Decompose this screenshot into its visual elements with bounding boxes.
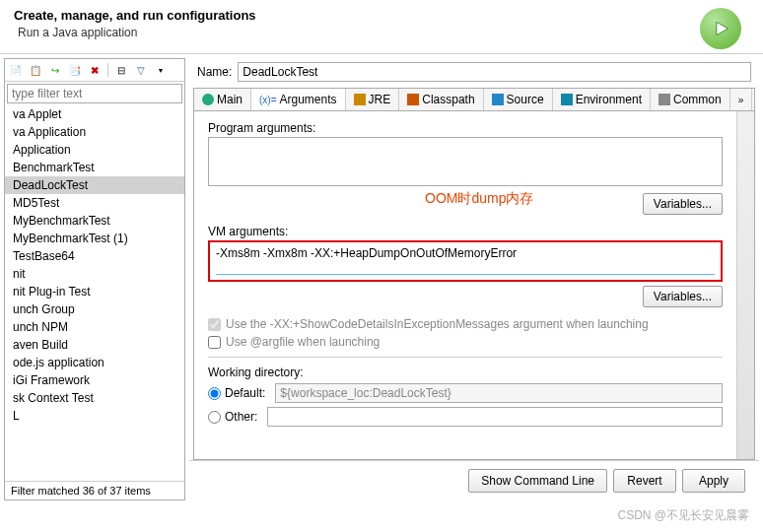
tree-item[interactable]: TestBase64	[5, 247, 184, 265]
tree-item[interactable]: unch Group	[5, 300, 184, 318]
tree-item[interactable]: ode.js application	[5, 354, 184, 371]
tab-source[interactable]: Source	[484, 89, 553, 110]
tree-item[interactable]: Application	[5, 141, 184, 159]
arguments-tab-content: Program arguments: OOM时dump内存 Variables.…	[193, 111, 755, 460]
vm-arguments-input[interactable]: -Xms8m -Xmx8m -XX:+HeapDumpOnOutOfMemory…	[208, 240, 723, 282]
tree-item[interactable]: DeadLockTest	[5, 176, 184, 194]
tree-item[interactable]: nit Plug-in Test	[5, 283, 184, 300]
tree-item[interactable]: MD5Test	[5, 194, 184, 212]
tab-common[interactable]: Common	[651, 89, 730, 110]
filter-dropdown-icon[interactable]: ▼	[152, 61, 170, 79]
tree-item[interactable]: va Applet	[5, 105, 184, 123]
new-config-icon[interactable]: 📄	[7, 61, 25, 79]
tree-item[interactable]: BenchmarkTest	[5, 159, 184, 176]
variables-button-2[interactable]: Variables...	[643, 286, 723, 307]
show-command-line-button[interactable]: Show Command Line	[468, 469, 607, 493]
name-input[interactable]	[238, 62, 751, 82]
wd-other-radio[interactable]: Other:	[208, 410, 257, 424]
wd-other-input[interactable]	[267, 407, 723, 427]
watermark: CSDN @不见长安见晨雾	[617, 507, 749, 524]
filter-icon[interactable]: ▽	[132, 61, 150, 79]
tree-item[interactable]: aven Build	[5, 336, 184, 354]
button-bar: Show Command Line Revert Apply	[189, 460, 759, 500]
tree-item[interactable]: iGi Framework	[5, 371, 184, 389]
run-icon	[700, 8, 741, 49]
common-icon	[659, 94, 670, 105]
tab-classpath[interactable]: Classpath	[399, 89, 483, 110]
source-icon	[492, 94, 504, 105]
tree-item[interactable]: sk Context Test	[5, 389, 184, 407]
tree-item[interactable]: nit	[5, 265, 184, 283]
dialog-header: Create, manage, and run configurations R…	[0, 0, 763, 53]
wd-default-input	[275, 383, 723, 403]
export-icon[interactable]: ↪	[46, 61, 64, 79]
use-argfile-checkbox[interactable]: Use @argfile when launching	[208, 335, 723, 349]
right-panel: Name: Main(x)=ArgumentsJREClasspathSourc…	[189, 58, 759, 500]
config-tree[interactable]: va Appletva ApplicationApplicationBenchm…	[5, 105, 184, 481]
working-directory-label: Working directory:	[208, 366, 723, 379]
svg-marker-0	[717, 22, 728, 34]
vm-arguments-label: VM arguments:	[208, 225, 723, 238]
tab-jre[interactable]: JRE	[346, 89, 400, 110]
show-code-details-checkbox[interactable]: Use the -XX:+ShowCodeDetailsInExceptionM…	[208, 317, 723, 331]
tab-main[interactable]: Main	[194, 89, 251, 110]
environment-icon	[561, 94, 573, 105]
tree-item[interactable]: L	[5, 407, 184, 425]
scrollbar[interactable]	[736, 111, 754, 459]
delete-icon[interactable]: ✖	[86, 61, 104, 79]
filter-status: Filter matched 36 of 37 items	[5, 481, 184, 499]
revert-button[interactable]: Revert	[613, 469, 676, 493]
dialog-title: Create, manage, and run configurations	[14, 8, 256, 23]
config-toolbar: 📄 📋 ↪ 📑 ✖ ⊟ ▽ ▼	[5, 59, 184, 82]
tab-bar: Main(x)=ArgumentsJREClasspathSourceEnvir…	[193, 88, 755, 111]
variables-button-1[interactable]: Variables...	[643, 193, 723, 215]
tree-item[interactable]: MyBenchmarkTest	[5, 212, 184, 230]
tab-arguments[interactable]: (x)=Arguments	[251, 89, 346, 110]
program-arguments-input[interactable]	[208, 137, 723, 186]
main-icon	[202, 94, 214, 105]
filter-input[interactable]	[7, 84, 182, 103]
tab-environment[interactable]: Environment	[553, 89, 651, 110]
tree-item[interactable]: unch NPM	[5, 318, 184, 336]
new-prototype-icon[interactable]: 📋	[27, 61, 44, 79]
classpath-icon	[407, 94, 419, 105]
wd-default-radio[interactable]: Default:	[208, 386, 265, 400]
tab-overflow-icon[interactable]: »	[730, 89, 753, 110]
tree-item[interactable]: va Application	[5, 123, 184, 141]
name-label: Name:	[197, 65, 232, 79]
tree-item[interactable]: MyBenchmarkTest (1)	[5, 230, 184, 247]
jre-icon	[354, 94, 366, 105]
dialog-subtitle: Run a Java application	[18, 26, 256, 39]
expand-icon[interactable]: ⊟	[112, 61, 130, 79]
duplicate-icon[interactable]: 📑	[66, 61, 84, 79]
left-panel: 📄 📋 ↪ 📑 ✖ ⊟ ▽ ▼ va Appletva ApplicationA…	[4, 58, 185, 500]
apply-button[interactable]: Apply	[682, 469, 745, 493]
annotation-text: OOM时dump内存	[425, 190, 533, 208]
program-arguments-label: Program arguments:	[208, 121, 723, 135]
